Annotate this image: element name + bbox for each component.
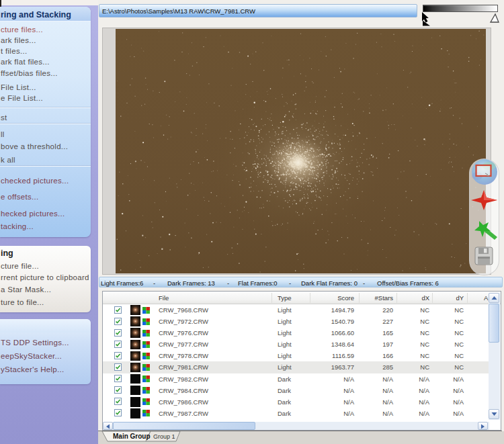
svg-text:Group 1: Group 1 — [153, 433, 175, 440]
svg-text:Main Group: Main Group — [113, 433, 151, 440]
